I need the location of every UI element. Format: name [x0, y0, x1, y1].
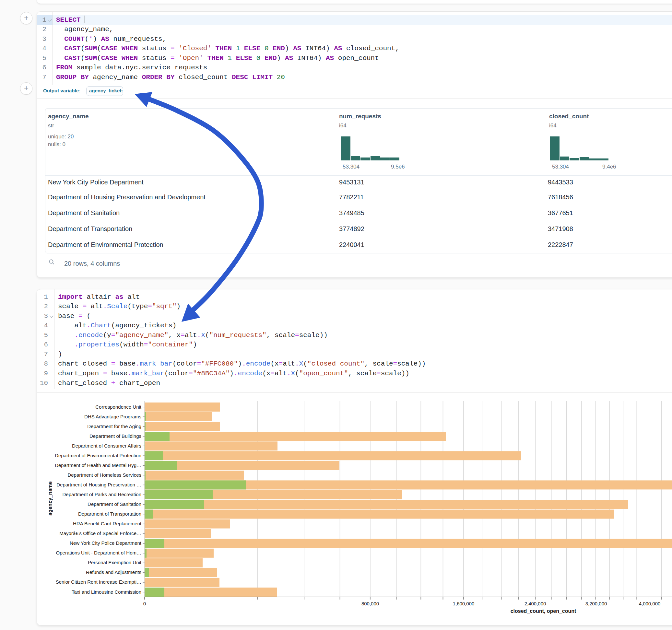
svg-text:Department of Housing Preserva: Department of Housing Preservation … — [56, 482, 141, 487]
svg-text:Taxi and Limousine Commission: Taxi and Limousine Commission — [72, 589, 141, 595]
svg-text:800,000: 800,000 — [361, 601, 379, 606]
svg-text:Department of Parks and Recrea: Department of Parks and Recreation — [63, 492, 141, 497]
svg-text:0: 0 — [143, 601, 146, 606]
svg-text:HRA Benefit Card Replacement: HRA Benefit Card Replacement — [73, 521, 142, 526]
svg-text:New York City Police Departmen: New York City Police Department — [70, 540, 142, 546]
svg-text:1,600,000: 1,600,000 — [453, 601, 475, 606]
svg-text:DHS Advantage Programs: DHS Advantage Programs — [84, 414, 141, 419]
svg-text:Department of Health and Menta: Department of Health and Mental Hyg… — [55, 462, 141, 468]
svg-text:Mayorâ€ s Office of Special En: Mayorâ€ s Office of Special Enforce… — [59, 531, 141, 536]
svg-text:3,200,000: 3,200,000 — [585, 601, 607, 606]
svg-text:Department of Transportation: Department of Transportation — [78, 511, 141, 516]
svg-text:Department of Homeless Service: Department of Homeless Services — [67, 472, 141, 478]
svg-text:Department of Sanitation: Department of Sanitation — [88, 501, 141, 507]
svg-text:Correspondence Unit: Correspondence Unit — [95, 404, 142, 410]
svg-text:closed_count, open_count: closed_count, open_count — [510, 608, 576, 614]
svg-text:agency_name: agency_name — [47, 481, 53, 516]
svg-text:2,400,000: 2,400,000 — [525, 601, 546, 606]
svg-text:Department of Buildings: Department of Buildings — [90, 433, 141, 439]
svg-text:Personal Exemption Unit: Personal Exemption Unit — [88, 560, 142, 565]
svg-text:Department of Environmental Pr: Department of Environmental Protection — [55, 453, 141, 458]
svg-text:Department for the Aging: Department for the Aging — [87, 423, 141, 429]
svg-text:Refunds and Adjustments: Refunds and Adjustments — [86, 570, 141, 575]
svg-text:Operations Unit - Department o: Operations Unit - Department of Hom… — [56, 550, 141, 555]
svg-text:Senior Citizen Rent Increase E: Senior Citizen Rent Increase Exempti… — [56, 579, 141, 585]
svg-text:4,000,000: 4,000,000 — [639, 601, 661, 606]
svg-text:Department of Consumer Affairs: Department of Consumer Affairs — [72, 443, 141, 449]
